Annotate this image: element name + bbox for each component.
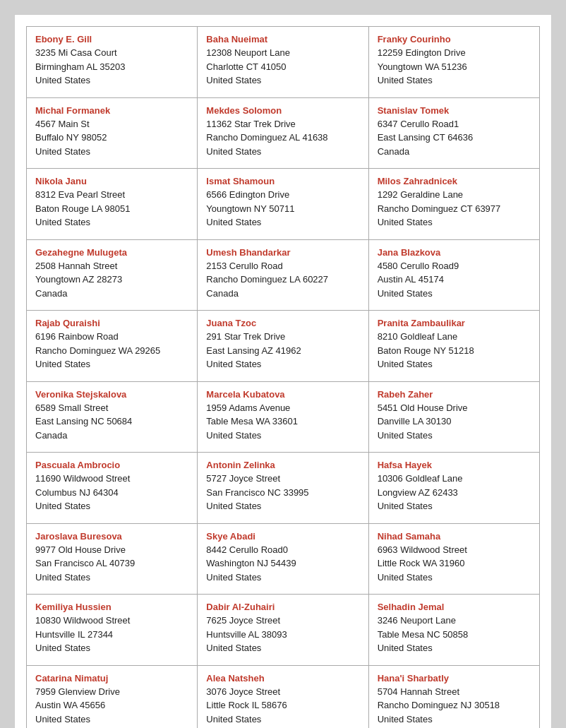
person-name: Kemiliya Hussien	[35, 602, 188, 612]
person-name: Rabeh Zaher	[378, 389, 531, 400]
address-line: Canada	[35, 429, 188, 443]
address-line: 8442 Cerullo Road0	[206, 543, 359, 557]
address-cell: Baha Nueimat12308 Neuport LaneCharlotte …	[198, 27, 368, 98]
person-name: Hafsa Hayek	[378, 460, 531, 470]
address-line: Canada	[206, 287, 359, 301]
person-name: Catarina Nimatuj	[35, 673, 188, 684]
address-line: 1292 Geraldine Lane	[378, 188, 531, 202]
person-name: Marcela Kubatova	[206, 389, 359, 400]
address-line: United States	[378, 499, 531, 513]
address-line: 7625 Joyce Street	[206, 614, 359, 628]
address-line: 12308 Neuport Lane	[206, 46, 359, 60]
address-line: 6589 Small Street	[35, 401, 188, 415]
address-line: 10830 Wildwood Street	[35, 614, 188, 628]
address-line: United States	[378, 287, 531, 301]
address-line: United States	[35, 73, 188, 88]
address-cell: Michal Formanek4567 Main StBuffalo NY 98…	[27, 98, 198, 169]
address-line: United States	[35, 499, 188, 513]
address-line: United States	[206, 499, 359, 513]
address-line: United States	[206, 641, 359, 655]
address-line: Rancho Dominguez WA 29265	[35, 344, 188, 358]
person-name: Stanislav Tomek	[378, 105, 531, 116]
address-line: 11690 Wildwood Street	[35, 472, 188, 486]
address-line: Danville LA 30130	[378, 414, 531, 429]
address-cell: Umesh Bhandarkar2153 Cerullo RoadRancho …	[198, 240, 368, 311]
address-line: 6196 Rainbow Road	[35, 330, 188, 344]
address-line: 6566 Edington Drive	[206, 188, 359, 202]
address-line: San Francisco AL 40739	[35, 556, 188, 571]
address-line: Baton Rouge NY 51218	[378, 344, 531, 358]
person-name: Pranita Zambaulikar	[378, 318, 531, 328]
address-cell: Veronika Stejskalova6589 Small StreetEas…	[27, 382, 198, 453]
address-cell: Milos Zahradnicek1292 Geraldine LaneRanc…	[369, 169, 540, 240]
address-cell: Alea Natsheh3076 Joyce StreetLittle Rock…	[198, 666, 368, 729]
person-name: Juana Tzoc	[206, 318, 359, 328]
address-cell: Ebony E. Gill3235 Mi Casa CourtBirmingha…	[27, 27, 198, 98]
address-cell: Marcela Kubatova1959 Adams AvenueTable M…	[198, 382, 368, 453]
address-line: 8210 Goldleaf Lane	[378, 330, 531, 344]
address-cell: Ismat Shamoun6566 Edington DriveYoungtow…	[198, 169, 368, 240]
address-cell: Selhadin Jemal3246 Neuport LaneTable Mes…	[369, 595, 540, 666]
page: Ebony E. Gill3235 Mi Casa CourtBirmingha…	[14, 14, 552, 728]
address-line: Rancho Dominguez CT 63977	[378, 202, 531, 216]
address-line: United States	[378, 215, 531, 229]
address-line: Rancho Dominguez LA 60227	[206, 273, 359, 287]
address-line: United States	[35, 571, 188, 585]
address-cell: Mekdes Solomon11362 Star Trek DriveRanch…	[198, 98, 368, 169]
person-name: Milos Zahradnicek	[378, 176, 531, 186]
address-cell: Nikola Janu8312 Eva Pearl StreetBaton Ro…	[27, 169, 198, 240]
address-cell: Franky Courinho12259 Edington DriveYoung…	[369, 27, 540, 98]
address-line: Birmingham AL 35203	[35, 60, 188, 74]
address-line: 7959 Glenview Drive	[35, 685, 188, 699]
address-line: 5704 Hannah Street	[378, 685, 531, 699]
address-line: Charlotte CT 41050	[206, 60, 359, 74]
person-name: Nihad Samaha	[378, 531, 531, 542]
address-line: Longview AZ 62433	[378, 486, 531, 500]
address-line: United States	[206, 571, 359, 585]
address-line: 5451 Old House Drive	[378, 401, 531, 415]
address-line: Austin AL 45174	[378, 273, 531, 287]
address-line: Baton Rouge LA 98051	[35, 202, 188, 216]
address-line: United States	[35, 145, 188, 159]
address-line: United States	[206, 429, 359, 443]
address-line: Youngtown AZ 28273	[35, 273, 188, 287]
address-line: 6347 Cerullo Road1	[378, 117, 531, 131]
address-line: United States	[206, 73, 359, 88]
person-name: Hana'i Sharbatly	[378, 673, 531, 684]
address-line: United States	[206, 145, 359, 159]
address-line: United States	[378, 73, 531, 88]
person-name: Antonin Zelinka	[206, 460, 359, 470]
address-line: 291 Star Trek Drive	[206, 330, 359, 344]
address-line: East Lansing AZ 41962	[206, 344, 359, 358]
address-line: Austin WA 45656	[35, 698, 188, 712]
address-line: 2153 Cerullo Road	[206, 259, 359, 273]
address-cell: Dabir Al-Zuhairi7625 Joyce StreetHuntsvi…	[198, 595, 368, 666]
address-cell: Skye Abadi8442 Cerullo Road0Washington N…	[198, 524, 368, 595]
address-cell: Juana Tzoc291 Star Trek DriveEast Lansin…	[198, 311, 368, 382]
address-grid: Ebony E. Gill3235 Mi Casa CourtBirmingha…	[26, 26, 540, 728]
person-name: Nikola Janu	[35, 176, 188, 186]
address-line: East Lansing CT 64636	[378, 131, 531, 145]
address-line: San Francisco NC 33995	[206, 486, 359, 500]
address-line: Buffalo NY 98052	[35, 131, 188, 145]
person-name: Ebony E. Gill	[35, 34, 188, 44]
address-line: Little Rock WA 31960	[378, 556, 531, 571]
address-line: 4567 Main St	[35, 117, 188, 131]
address-line: 9977 Old House Drive	[35, 543, 188, 557]
person-name: Gezahegne Mulugeta	[35, 247, 188, 258]
address-line: Little Rock IL 58676	[206, 698, 359, 712]
address-cell: Kemiliya Hussien10830 Wildwood StreetHun…	[27, 595, 198, 666]
address-line: United States	[378, 429, 531, 443]
person-name: Pascuala Ambrocio	[35, 460, 188, 470]
person-name: Franky Courinho	[378, 34, 531, 44]
address-line: Columbus NJ 64304	[35, 486, 188, 500]
address-cell: Rajab Quraishi6196 Rainbow RoadRancho Do…	[27, 311, 198, 382]
address-cell: Stanislav Tomek6347 Cerullo Road1East La…	[369, 98, 540, 169]
address-line: 4580 Cerullo Road9	[378, 259, 531, 273]
address-line: 11362 Star Trek Drive	[206, 117, 359, 131]
address-line: United States	[35, 641, 188, 655]
person-name: Skye Abadi	[206, 531, 359, 542]
address-line: Huntsville IL 27344	[35, 628, 188, 642]
person-name: Veronika Stejskalova	[35, 389, 188, 400]
address-cell: Jana Blazkova4580 Cerullo Road9Austin AL…	[369, 240, 540, 311]
